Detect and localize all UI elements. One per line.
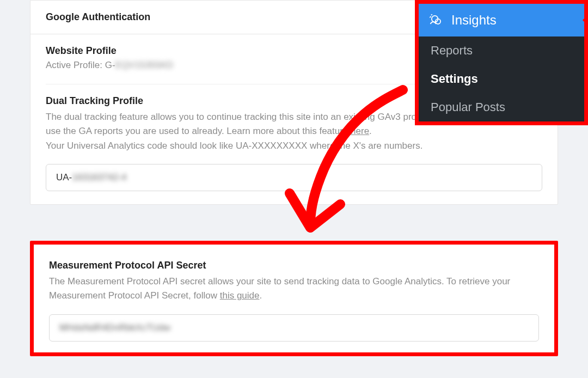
active-profile-value-blurred: EQV15355KD <box>115 60 174 70</box>
sidebar-item-reports[interactable]: Reports <box>419 36 584 65</box>
active-profile-prefix: G- <box>105 60 115 70</box>
dual-tracking-period: . <box>369 126 372 136</box>
api-secret-section: Measurement Protocol API Secret The Meas… <box>30 241 558 356</box>
insights-sidebar: Insights Reports Settings Popular Posts <box>415 0 588 125</box>
api-secret-value-blurred: MHdsNdR4DnRbkXcTUdw <box>59 322 170 333</box>
ua-prefix: UA- <box>56 172 72 182</box>
insights-icon <box>428 13 444 28</box>
ua-value-blurred: 163163742-4 <box>72 172 126 182</box>
api-secret-desc-text: The Measurement Protocol API secret allo… <box>49 276 510 301</box>
api-secret-title: Measurement Protocol API Secret <box>49 260 539 271</box>
api-secret-guide-link[interactable]: this guide <box>220 290 260 301</box>
sidebar-item-settings[interactable]: Settings <box>419 65 584 93</box>
api-secret-input[interactable]: MHdsNdR4DnRbkXcTUdw <box>49 314 539 342</box>
sidebar-brand[interactable]: Insights <box>419 4 584 36</box>
dual-tracking-desc2: Your Universal Analytics code should loo… <box>46 141 422 151</box>
sidebar-brand-label: Insights <box>451 13 497 28</box>
sidebar-item-popular-posts[interactable]: Popular Posts <box>419 93 584 121</box>
active-profile-label: Active Profile: <box>46 60 105 70</box>
ua-code-input[interactable]: UA-163163742-4 <box>46 164 542 191</box>
dual-tracking-here-link[interactable]: here <box>351 126 369 136</box>
api-secret-period: . <box>259 290 262 301</box>
api-secret-desc: The Measurement Protocol API secret allo… <box>49 275 539 303</box>
